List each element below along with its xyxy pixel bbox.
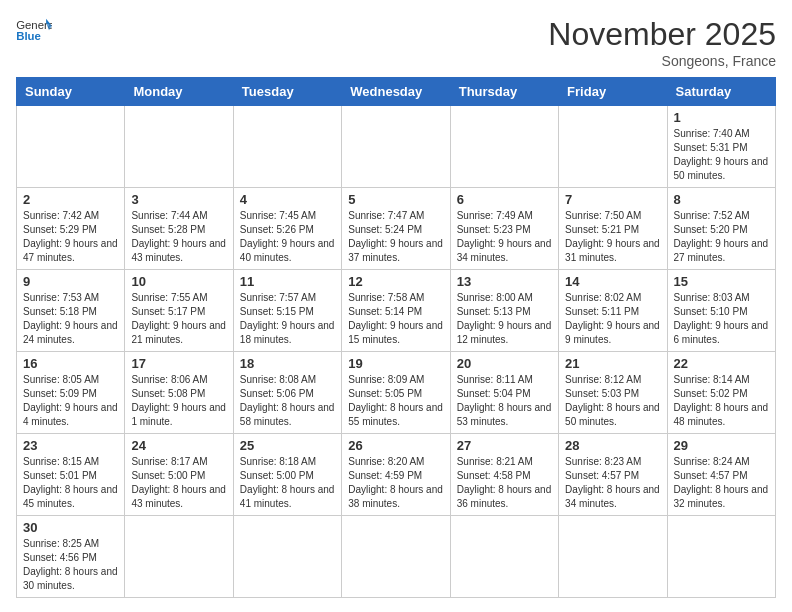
col-saturday: Saturday — [667, 78, 775, 106]
location: Songeons, France — [548, 53, 776, 69]
day-number: 27 — [457, 438, 552, 453]
day-info: Sunrise: 8:17 AMSunset: 5:00 PMDaylight:… — [131, 455, 226, 511]
day-info: Sunrise: 8:09 AMSunset: 5:05 PMDaylight:… — [348, 373, 443, 429]
day-number: 17 — [131, 356, 226, 371]
calendar-day: 17 Sunrise: 8:06 AMSunset: 5:08 PMDaylig… — [125, 352, 233, 434]
calendar-day: 16 Sunrise: 8:05 AMSunset: 5:09 PMDaylig… — [17, 352, 125, 434]
calendar-header-row: Sunday Monday Tuesday Wednesday Thursday… — [17, 78, 776, 106]
calendar-day: 14 Sunrise: 8:02 AMSunset: 5:11 PMDaylig… — [559, 270, 667, 352]
day-number: 23 — [23, 438, 118, 453]
calendar-day: 27 Sunrise: 8:21 AMSunset: 4:58 PMDaylig… — [450, 434, 558, 516]
day-number: 11 — [240, 274, 335, 289]
day-number: 2 — [23, 192, 118, 207]
calendar-day: 3 Sunrise: 7:44 AMSunset: 5:28 PMDayligh… — [125, 188, 233, 270]
calendar-day — [342, 516, 450, 598]
calendar-day: 26 Sunrise: 8:20 AMSunset: 4:59 PMDaylig… — [342, 434, 450, 516]
day-info: Sunrise: 8:12 AMSunset: 5:03 PMDaylight:… — [565, 373, 660, 429]
calendar-week-1: 1 Sunrise: 7:40 AMSunset: 5:31 PMDayligh… — [17, 106, 776, 188]
day-number: 7 — [565, 192, 660, 207]
day-number: 12 — [348, 274, 443, 289]
day-number: 20 — [457, 356, 552, 371]
calendar-day: 20 Sunrise: 8:11 AMSunset: 5:04 PMDaylig… — [450, 352, 558, 434]
calendar-day: 19 Sunrise: 8:09 AMSunset: 5:05 PMDaylig… — [342, 352, 450, 434]
day-info: Sunrise: 7:52 AMSunset: 5:20 PMDaylight:… — [674, 209, 769, 265]
calendar-week-5: 23 Sunrise: 8:15 AMSunset: 5:01 PMDaylig… — [17, 434, 776, 516]
day-number: 9 — [23, 274, 118, 289]
day-number: 13 — [457, 274, 552, 289]
day-number: 30 — [23, 520, 118, 535]
col-friday: Friday — [559, 78, 667, 106]
day-info: Sunrise: 8:18 AMSunset: 5:00 PMDaylight:… — [240, 455, 335, 511]
day-info: Sunrise: 8:20 AMSunset: 4:59 PMDaylight:… — [348, 455, 443, 511]
day-info: Sunrise: 8:14 AMSunset: 5:02 PMDaylight:… — [674, 373, 769, 429]
day-number: 29 — [674, 438, 769, 453]
calendar-day — [559, 516, 667, 598]
day-info: Sunrise: 7:55 AMSunset: 5:17 PMDaylight:… — [131, 291, 226, 347]
col-tuesday: Tuesday — [233, 78, 341, 106]
day-info: Sunrise: 8:06 AMSunset: 5:08 PMDaylight:… — [131, 373, 226, 429]
logo: General Blue — [16, 16, 52, 46]
day-number: 15 — [674, 274, 769, 289]
calendar-day: 2 Sunrise: 7:42 AMSunset: 5:29 PMDayligh… — [17, 188, 125, 270]
calendar-day — [667, 516, 775, 598]
calendar-day — [17, 106, 125, 188]
day-number: 3 — [131, 192, 226, 207]
day-info: Sunrise: 8:05 AMSunset: 5:09 PMDaylight:… — [23, 373, 118, 429]
day-number: 22 — [674, 356, 769, 371]
day-info: Sunrise: 8:15 AMSunset: 5:01 PMDaylight:… — [23, 455, 118, 511]
calendar-day: 29 Sunrise: 8:24 AMSunset: 4:57 PMDaylig… — [667, 434, 775, 516]
day-info: Sunrise: 8:24 AMSunset: 4:57 PMDaylight:… — [674, 455, 769, 511]
day-info: Sunrise: 7:45 AMSunset: 5:26 PMDaylight:… — [240, 209, 335, 265]
day-info: Sunrise: 7:49 AMSunset: 5:23 PMDaylight:… — [457, 209, 552, 265]
calendar-day: 4 Sunrise: 7:45 AMSunset: 5:26 PMDayligh… — [233, 188, 341, 270]
day-info: Sunrise: 8:23 AMSunset: 4:57 PMDaylight:… — [565, 455, 660, 511]
day-number: 14 — [565, 274, 660, 289]
day-info: Sunrise: 7:58 AMSunset: 5:14 PMDaylight:… — [348, 291, 443, 347]
calendar-day: 28 Sunrise: 8:23 AMSunset: 4:57 PMDaylig… — [559, 434, 667, 516]
day-info: Sunrise: 8:02 AMSunset: 5:11 PMDaylight:… — [565, 291, 660, 347]
title-section: November 2025 Songeons, France — [548, 16, 776, 69]
calendar-day: 22 Sunrise: 8:14 AMSunset: 5:02 PMDaylig… — [667, 352, 775, 434]
day-number: 25 — [240, 438, 335, 453]
calendar-week-4: 16 Sunrise: 8:05 AMSunset: 5:09 PMDaylig… — [17, 352, 776, 434]
calendar-day: 18 Sunrise: 8:08 AMSunset: 5:06 PMDaylig… — [233, 352, 341, 434]
page-header: General Blue November 2025 Songeons, Fra… — [16, 16, 776, 69]
day-info: Sunrise: 8:11 AMSunset: 5:04 PMDaylight:… — [457, 373, 552, 429]
svg-text:Blue: Blue — [16, 30, 41, 42]
day-number: 24 — [131, 438, 226, 453]
col-wednesday: Wednesday — [342, 78, 450, 106]
day-info: Sunrise: 7:47 AMSunset: 5:24 PMDaylight:… — [348, 209, 443, 265]
calendar-day — [233, 106, 341, 188]
calendar-day: 7 Sunrise: 7:50 AMSunset: 5:21 PMDayligh… — [559, 188, 667, 270]
calendar-day — [233, 516, 341, 598]
calendar-day — [450, 516, 558, 598]
day-info: Sunrise: 8:21 AMSunset: 4:58 PMDaylight:… — [457, 455, 552, 511]
day-number: 10 — [131, 274, 226, 289]
calendar-day — [450, 106, 558, 188]
calendar-day: 6 Sunrise: 7:49 AMSunset: 5:23 PMDayligh… — [450, 188, 558, 270]
logo-icon: General Blue — [16, 16, 52, 46]
col-monday: Monday — [125, 78, 233, 106]
calendar-day: 23 Sunrise: 8:15 AMSunset: 5:01 PMDaylig… — [17, 434, 125, 516]
col-thursday: Thursday — [450, 78, 558, 106]
day-number: 5 — [348, 192, 443, 207]
day-number: 19 — [348, 356, 443, 371]
calendar-day: 12 Sunrise: 7:58 AMSunset: 5:14 PMDaylig… — [342, 270, 450, 352]
day-number: 4 — [240, 192, 335, 207]
calendar-week-2: 2 Sunrise: 7:42 AMSunset: 5:29 PMDayligh… — [17, 188, 776, 270]
calendar-day: 1 Sunrise: 7:40 AMSunset: 5:31 PMDayligh… — [667, 106, 775, 188]
day-number: 21 — [565, 356, 660, 371]
calendar-day: 8 Sunrise: 7:52 AMSunset: 5:20 PMDayligh… — [667, 188, 775, 270]
day-number: 26 — [348, 438, 443, 453]
calendar-table: Sunday Monday Tuesday Wednesday Thursday… — [16, 77, 776, 598]
col-sunday: Sunday — [17, 78, 125, 106]
day-info: Sunrise: 7:40 AMSunset: 5:31 PMDaylight:… — [674, 127, 769, 183]
day-info: Sunrise: 7:50 AMSunset: 5:21 PMDaylight:… — [565, 209, 660, 265]
calendar-day — [125, 106, 233, 188]
day-number: 28 — [565, 438, 660, 453]
day-info: Sunrise: 8:00 AMSunset: 5:13 PMDaylight:… — [457, 291, 552, 347]
day-number: 16 — [23, 356, 118, 371]
calendar-day: 5 Sunrise: 7:47 AMSunset: 5:24 PMDayligh… — [342, 188, 450, 270]
day-info: Sunrise: 8:03 AMSunset: 5:10 PMDaylight:… — [674, 291, 769, 347]
calendar-day: 13 Sunrise: 8:00 AMSunset: 5:13 PMDaylig… — [450, 270, 558, 352]
